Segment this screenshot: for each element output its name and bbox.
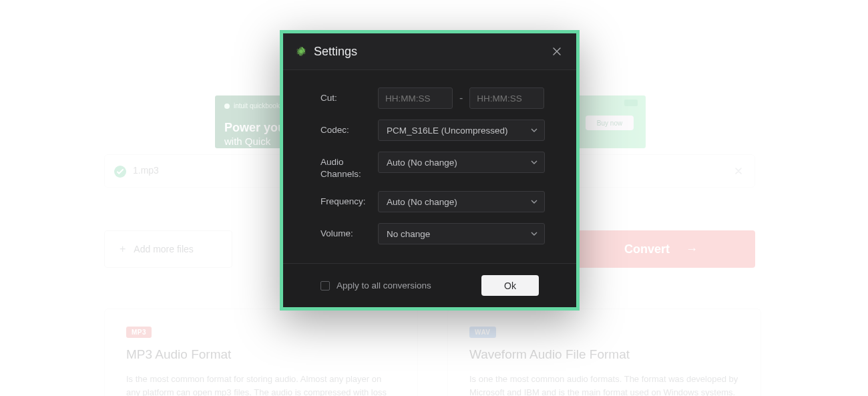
frequency-label: Frequency:: [320, 196, 378, 208]
codec-value: PCM_S16LE (Uncompressed): [387, 126, 508, 136]
volume-select[interactable]: No change: [378, 223, 545, 244]
volume-label: Volume:: [320, 228, 378, 240]
channels-value: Auto (No change): [387, 158, 457, 168]
row-cut: Cut: -: [320, 87, 550, 109]
cut-from-input[interactable]: [378, 87, 453, 109]
ok-label: Ok: [504, 280, 516, 291]
chevron-down-icon: [531, 192, 537, 212]
cut-to-input[interactable]: [469, 87, 544, 109]
apply-all-checkbox[interactable]: Apply to all conversions: [320, 280, 431, 290]
modal-title: Settings: [314, 45, 357, 59]
row-frequency: Frequency: Auto (No change): [320, 191, 550, 212]
apply-all-label: Apply to all conversions: [337, 280, 431, 290]
codec-select[interactable]: PCM_S16LE (Uncompressed): [378, 120, 545, 141]
modal-body: Cut: - Codec: PCM_S16LE (Uncompressed) A…: [283, 70, 576, 263]
channels-label: Audio Channels:: [320, 152, 378, 180]
settings-modal: Settings Cut: - Codec: PCM_S16LE (Uncomp…: [280, 30, 580, 311]
row-channels: Audio Channels: Auto (No change): [320, 152, 550, 180]
modal-footer: Apply to all conversions Ok: [283, 263, 576, 307]
modal-header: Settings: [283, 33, 576, 70]
chevron-down-icon: [531, 224, 537, 244]
chevron-down-icon: [531, 152, 537, 172]
gear-icon: [295, 45, 307, 57]
frequency-select[interactable]: Auto (No change): [378, 191, 545, 212]
row-codec: Codec: PCM_S16LE (Uncompressed): [320, 120, 550, 141]
codec-label: Codec:: [320, 124, 378, 136]
cut-separator: -: [459, 92, 463, 104]
row-volume: Volume: No change: [320, 223, 550, 244]
channels-select[interactable]: Auto (No change): [378, 152, 545, 173]
cut-label: Cut:: [320, 92, 378, 104]
close-button[interactable]: [550, 44, 564, 59]
volume-value: No change: [387, 229, 430, 239]
checkbox-box: [320, 281, 330, 290]
frequency-value: Auto (No change): [387, 197, 457, 207]
ok-button[interactable]: Ok: [481, 275, 539, 296]
chevron-down-icon: [531, 120, 537, 140]
